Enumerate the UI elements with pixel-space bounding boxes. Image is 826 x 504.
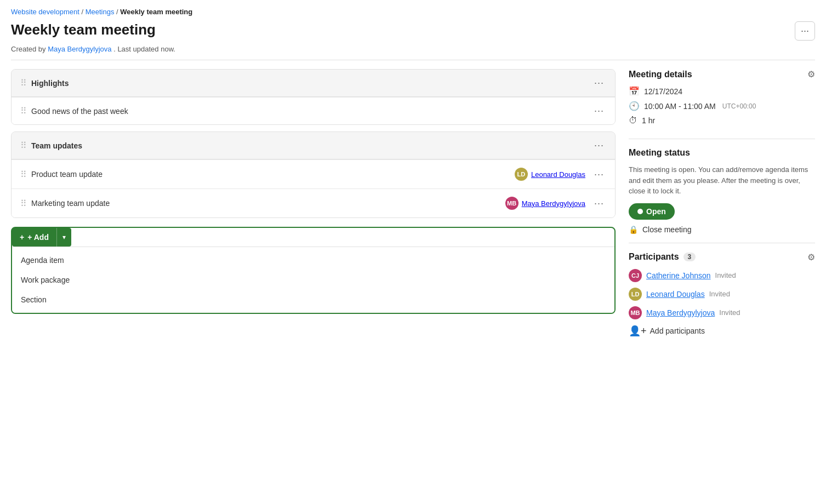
avatar-maya-p: MB bbox=[629, 306, 642, 319]
participant-maya-link[interactable]: Maya Berdygylyjova bbox=[646, 308, 715, 317]
agenda-item-good-news-title: Good news of the past week bbox=[31, 107, 592, 116]
meeting-status-header: Meeting status bbox=[629, 148, 815, 158]
participants-count: 3 bbox=[683, 253, 696, 261]
section-team-updates: ⠿ Team updates ··· ⠿ Product team update… bbox=[11, 131, 616, 218]
main-header: Weekly team meeting ··· bbox=[0, 19, 826, 45]
meeting-timezone: UTC+00:00 bbox=[722, 102, 756, 110]
dropdown-item-section[interactable]: Section bbox=[12, 290, 614, 310]
drag-handle-marketing-team[interactable]: ⠿ bbox=[20, 198, 27, 209]
agenda-item-good-news: ⠿ Good news of the past week ··· bbox=[12, 97, 615, 124]
avatar-maya: MB bbox=[505, 197, 519, 210]
meeting-date: 12/17/2024 bbox=[644, 87, 682, 96]
section-highlights-menu[interactable]: ··· bbox=[592, 77, 606, 89]
timer-icon: ⏱ bbox=[629, 116, 637, 125]
participants-gear[interactable]: ⚙ bbox=[807, 252, 815, 262]
participant-leonard-status: Invited bbox=[709, 290, 730, 298]
assignee-maya-link[interactable]: Maya Berdygylyjova bbox=[522, 199, 585, 208]
add-button-main[interactable]: + + Add bbox=[12, 228, 57, 247]
meeting-date-row: 📅 12/17/2024 bbox=[629, 86, 815, 96]
meeting-duration: 1 hr bbox=[642, 116, 655, 125]
participants-title-group: Participants 3 bbox=[629, 252, 696, 262]
drag-handle-product-team[interactable]: ⠿ bbox=[20, 169, 27, 180]
right-panel: Meeting details ⚙ 📅 12/17/2024 🕙 10:00 A… bbox=[629, 69, 815, 495]
participant-maya-status: Invited bbox=[719, 308, 740, 317]
clock-icon: 🕙 bbox=[629, 101, 640, 111]
agenda-item-marketing-team-menu[interactable]: ··· bbox=[592, 198, 606, 209]
dropdown-item-agenda[interactable]: Agenda item bbox=[12, 250, 614, 270]
agenda-item-marketing-team: ⠿ Marketing team update MB Maya Berdygyl… bbox=[12, 188, 615, 217]
add-plus-icon: + bbox=[20, 233, 24, 242]
meeting-time-row: 🕙 10:00 AM - 11:00 AM UTC+00:00 bbox=[629, 101, 815, 111]
section-team-updates-header: ⠿ Team updates ··· bbox=[12, 132, 615, 159]
participants-section: Participants 3 ⚙ CJ Catherine Johnson In… bbox=[629, 252, 815, 346]
section-highlights-title: Highlights bbox=[31, 79, 592, 88]
participants-header: Participants 3 ⚙ bbox=[629, 252, 815, 262]
add-button-label: + Add bbox=[27, 233, 49, 242]
open-status-button[interactable]: Open bbox=[629, 203, 675, 220]
section-team-updates-menu[interactable]: ··· bbox=[592, 140, 606, 151]
meeting-details-section: Meeting details ⚙ 📅 12/17/2024 🕙 10:00 A… bbox=[629, 69, 815, 139]
participant-leonard: LD Leonard Douglas Invited bbox=[629, 288, 815, 301]
page-wrapper: Website development / Meetings / Weekly … bbox=[0, 0, 826, 504]
participant-catherine-status: Invited bbox=[715, 271, 736, 279]
calendar-icon: 📅 bbox=[629, 86, 640, 96]
participant-catherine: CJ Catherine Johnson Invited bbox=[629, 269, 815, 282]
meeting-duration-row: ⏱ 1 hr bbox=[629, 116, 815, 125]
left-panel: ⠿ Highlights ··· ⠿ Good news of the past… bbox=[11, 69, 616, 495]
page-title: Weekly team meeting bbox=[11, 21, 156, 38]
drag-handle-team-updates[interactable]: ⠿ bbox=[20, 140, 27, 151]
created-by-name[interactable]: Maya Berdygylyjova bbox=[48, 45, 111, 53]
breadcrumb: Website development / Meetings / Weekly … bbox=[0, 0, 826, 19]
open-dot-icon bbox=[637, 209, 643, 214]
lock-icon: 🔒 bbox=[629, 225, 638, 234]
content-area: ⠿ Highlights ··· ⠿ Good news of the past… bbox=[0, 60, 826, 504]
participant-leonard-link[interactable]: Leonard Douglas bbox=[646, 290, 705, 299]
close-meeting-label: Close meeting bbox=[642, 225, 692, 234]
assignee-maya: MB Maya Berdygylyjova bbox=[505, 197, 585, 210]
meeting-details-title: Meeting details bbox=[629, 70, 692, 79]
participants-title: Participants bbox=[629, 252, 679, 262]
add-dropdown-menu: Agenda item Work package Section bbox=[12, 247, 614, 313]
meeting-time: 10:00 AM - 11:00 AM bbox=[644, 102, 716, 111]
add-participants-icon: 👤+ bbox=[629, 325, 647, 337]
drag-handle-good-news[interactable]: ⠿ bbox=[20, 106, 27, 116]
agenda-item-marketing-team-title: Marketing team update bbox=[31, 199, 505, 208]
created-by-suffix: . Last updated now. bbox=[113, 45, 175, 53]
agenda-item-product-team: ⠿ Product team update LD Leonard Douglas… bbox=[12, 159, 615, 188]
avatar-leonard-p: LD bbox=[629, 288, 642, 301]
breadcrumb-sep1: / bbox=[81, 8, 85, 16]
section-highlights-header: ⠿ Highlights ··· bbox=[12, 70, 615, 97]
dropdown-item-work-package[interactable]: Work package bbox=[12, 270, 614, 290]
avatar-catherine: CJ bbox=[629, 269, 642, 282]
assignee-leonard-link[interactable]: Leonard Douglas bbox=[531, 170, 585, 179]
agenda-item-product-team-menu[interactable]: ··· bbox=[592, 169, 606, 180]
close-meeting-row[interactable]: 🔒 Close meeting bbox=[629, 225, 815, 234]
agenda-item-product-team-title: Product team update bbox=[31, 170, 515, 179]
participant-catherine-link[interactable]: Catherine Johnson bbox=[646, 271, 711, 280]
participant-maya-p: MB Maya Berdygylyjova Invited bbox=[629, 306, 815, 319]
meeting-status-description: This meeting is open. You can add/remove… bbox=[629, 164, 815, 197]
breadcrumb-website-development[interactable]: Website development bbox=[11, 8, 79, 16]
open-status-label: Open bbox=[646, 207, 666, 216]
add-participants-label: Add participants bbox=[650, 327, 705, 335]
breadcrumb-meetings[interactable]: Meetings bbox=[86, 8, 115, 16]
avatar-leonard: LD bbox=[515, 168, 528, 181]
meeting-details-gear[interactable]: ⚙ bbox=[807, 69, 815, 79]
meeting-details-header: Meeting details ⚙ bbox=[629, 69, 815, 79]
meeting-status-title: Meeting status bbox=[629, 148, 690, 158]
section-team-updates-title: Team updates bbox=[31, 141, 592, 150]
agenda-item-good-news-menu[interactable]: ··· bbox=[592, 105, 606, 117]
drag-handle-highlights[interactable]: ⠿ bbox=[20, 78, 27, 88]
page-menu-button[interactable]: ··· bbox=[795, 21, 815, 41]
assignee-leonard: LD Leonard Douglas bbox=[515, 168, 585, 181]
add-section-container: + + Add ▾ Agenda item Work package Secti… bbox=[11, 227, 616, 314]
section-highlights: ⠿ Highlights ··· ⠿ Good news of the past… bbox=[11, 69, 616, 125]
created-by-prefix: Created by bbox=[11, 45, 48, 53]
meeting-status-section: Meeting status This meeting is open. You… bbox=[629, 148, 815, 243]
created-by-line: Created by Maya Berdygylyjova . Last upd… bbox=[0, 45, 826, 60]
add-button-arrow[interactable]: ▾ bbox=[57, 228, 71, 247]
breadcrumb-current: Weekly team meeting bbox=[120, 8, 192, 16]
add-button-group: + + Add ▾ bbox=[12, 228, 614, 247]
add-participants-row[interactable]: 👤+ Add participants bbox=[629, 325, 815, 337]
